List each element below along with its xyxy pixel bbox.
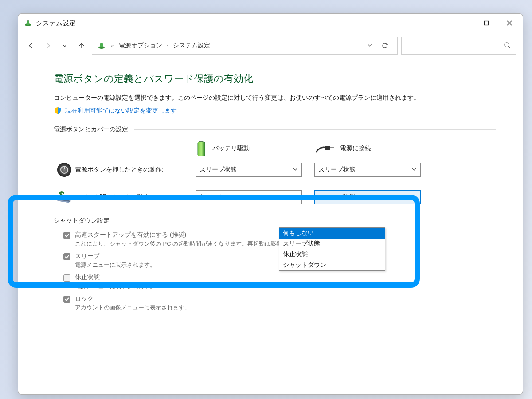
svg-rect-13 [325, 146, 330, 150]
content-area: 電源ボタンの定義とパスワード保護の有効化 コンピューターの電源設定を選択できます… [18, 59, 523, 316]
dropdown-option-do-nothing[interactable]: 何もしない [279, 228, 385, 239]
checkbox-row-lock: ロック [63, 295, 496, 303]
divider [116, 221, 496, 221]
battery-icon [196, 140, 207, 157]
nav-forward-button[interactable] [41, 39, 55, 52]
chevron-down-icon [293, 166, 298, 173]
svg-point-9 [505, 43, 509, 47]
breadcrumb-chevron-icon: › [167, 42, 169, 49]
system-settings-window: システム設定 [18, 13, 523, 395]
section-label-power-buttons: 電源ボタンとカバーの設定 [54, 125, 128, 133]
breadcrumb-item-system-settings[interactable]: システム設定 [173, 42, 210, 50]
checkbox-label-lock: ロック [75, 295, 94, 303]
minimize-button[interactable] [452, 14, 475, 32]
svg-rect-12 [198, 142, 205, 156]
select-power-button-battery[interactable]: スリープ状態 [196, 163, 302, 177]
lid-close-plugged-dropdown: 何もしない スリープ状態 休止状態 シャットダウン [279, 227, 385, 271]
chevron-down-icon [411, 194, 417, 201]
row-lid-close: カバーを閉じたときの動作: 何もしない スリープ状態 [54, 190, 496, 204]
select-lid-close-battery[interactable]: 何もしない [196, 190, 302, 204]
svg-rect-1 [27, 20, 29, 25]
nav-up-button[interactable] [75, 39, 88, 52]
breadcrumb-ellipsis: « [111, 42, 114, 49]
svg-point-16 [57, 163, 71, 177]
svg-line-10 [509, 47, 510, 48]
section-label-shutdown: シャットダウン設定 [54, 217, 110, 225]
refresh-button[interactable] [377, 42, 393, 49]
row-label-power-button: 電源ボタンを押したときの動作: [75, 166, 196, 174]
address-icon [97, 41, 106, 51]
select-lid-close-plugged[interactable]: スリープ状態 [314, 190, 421, 204]
checkbox-fast-startup[interactable] [63, 232, 70, 239]
checkbox-sub-lock: アカウントの画像メニューに表示されます。 [75, 304, 496, 312]
window-title: システム設定 [36, 19, 76, 27]
checkbox-lock[interactable] [63, 296, 70, 303]
checkbox-label-fast-startup: 高速スタートアップを有効にする (推奨) [75, 231, 186, 239]
nav-history-button[interactable] [58, 39, 71, 52]
divider [134, 129, 496, 130]
svg-rect-8 [100, 43, 103, 47]
breadcrumb-item-power-options[interactable]: 電源オプション [119, 42, 162, 50]
svg-rect-2 [27, 20, 29, 21]
column-header-battery: バッテリ駆動 [212, 145, 250, 153]
power-button-icon [54, 162, 75, 178]
maximize-button[interactable] [475, 14, 498, 32]
nav-toolbar: « 電源オプション › システム設定 [18, 32, 523, 59]
app-icon [23, 19, 32, 27]
row-power-button: 電源ボタンを押したときの動作: スリープ状態 スリープ状態 [54, 162, 496, 178]
shield-icon [54, 107, 62, 115]
plug-icon [315, 143, 335, 154]
column-header-plugged: 電源に接続 [340, 145, 371, 153]
close-button[interactable] [498, 14, 521, 32]
lid-close-icon [54, 190, 75, 204]
page-title: 電源ボタンの定義とパスワード保護の有効化 [54, 72, 496, 86]
chevron-down-icon [411, 166, 417, 173]
titlebar: システム設定 [18, 14, 523, 32]
svg-rect-4 [485, 21, 489, 25]
change-unavailable-settings-link[interactable]: 現在利用可能ではない設定を変更します [65, 107, 177, 115]
page-description: コンピューターの電源設定を選択できます。このページの設定に対して行う変更は、お使… [54, 93, 496, 102]
address-chevron-icon[interactable] [367, 42, 372, 49]
column-headers: バッテリ駆動 電源に接続 [196, 140, 496, 157]
dropdown-option-hibernate[interactable]: 休止状態 [279, 249, 385, 260]
dropdown-option-shutdown[interactable]: シャットダウン [279, 260, 385, 270]
dropdown-option-sleep[interactable]: スリープ状態 [279, 239, 385, 249]
checkbox-row-hibernate: 休止状態 [63, 274, 496, 282]
search-box[interactable] [401, 37, 516, 55]
checkbox-sub-hibernate: 電源メニューに表示されます。 [75, 282, 496, 290]
select-power-button-plugged[interactable]: スリープ状態 [314, 163, 421, 177]
checkbox-hibernate[interactable] [63, 274, 70, 282]
chevron-down-icon [293, 194, 298, 201]
checkbox-label-hibernate: 休止状態 [75, 274, 100, 282]
checkbox-sleep[interactable] [63, 253, 70, 260]
search-icon [504, 42, 511, 50]
checkbox-label-sleep: スリープ [75, 252, 100, 260]
row-label-lid-close: カバーを閉じたときの動作: [75, 193, 196, 201]
nav-back-button[interactable] [24, 39, 38, 52]
address-bar[interactable]: « 電源オプション › システム設定 [92, 37, 398, 55]
